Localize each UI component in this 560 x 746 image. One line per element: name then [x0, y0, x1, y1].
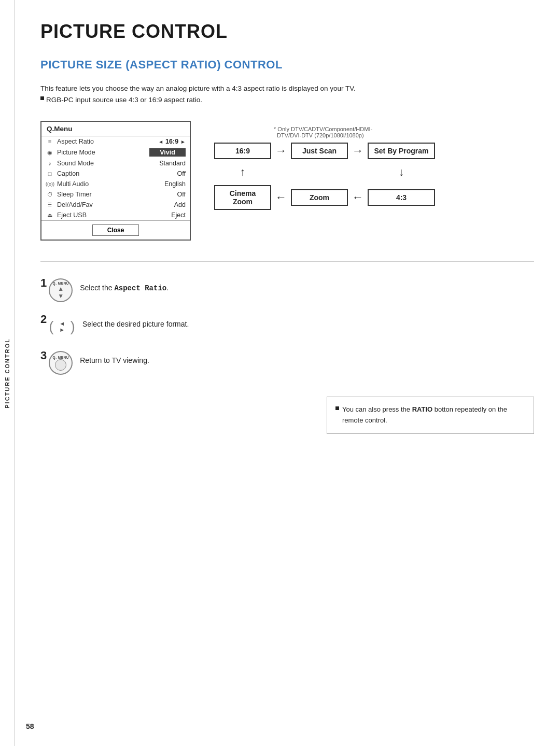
sleep-timer-icon: ⏱: [46, 191, 54, 198]
bullet-square: [40, 96, 44, 100]
ratio-box-cinema-zoom: Cinema Zoom: [214, 185, 271, 210]
step-1-text: Select the Aspect Ratio.: [80, 277, 169, 294]
arrow-right-1: →: [271, 144, 291, 158]
steps-area: 1 Q. MENU ▲ ▼ Select the Aspect Ratio. 2…: [40, 277, 534, 376]
sound-mode-icon: ♪: [46, 160, 54, 166]
step-1: 1 Q. MENU ▲ ▼ Select the Aspect Ratio.: [40, 277, 534, 303]
aspect-ratio-icon: ≡: [46, 138, 54, 145]
multi-audio-icon: ((o)): [46, 181, 54, 187]
qmenu-row-sleep-timer: ⏱ Sleep Timer Off: [41, 189, 190, 200]
picture-mode-icon: ◉: [46, 149, 54, 156]
step-3-text: Return to TV viewing.: [80, 350, 149, 366]
section-title: PICTURE SIZE (ASPECT RATIO) CONTROL: [40, 58, 534, 72]
step-2: 2 ( ◄ ► ) Select the desired picture for…: [40, 314, 534, 340]
arrow-left-1: ←: [271, 191, 291, 204]
page-title: PICTURE CONTROL: [40, 21, 534, 43]
step-1-number: 1: [40, 276, 47, 290]
diagram-area: Q.Menu ≡ Aspect Ratio ◄ 16:9 ► ◉ Picture…: [40, 121, 534, 241]
step-1-qmenu-button: Q. MENU ▲ ▼: [49, 278, 73, 302]
arrow-down: ↓: [368, 165, 435, 179]
qmenu-row-picture-mode: ◉ Picture Mode Vivid: [41, 147, 190, 158]
qmenu-row-multi-audio: ((o)) Multi Audio English: [41, 179, 190, 189]
note-box-area: You can also press the RATIO botton repe…: [40, 397, 534, 434]
note-box: You can also press the RATIO botton repe…: [327, 397, 534, 434]
ratio-box-zoom: Zoom: [291, 189, 348, 206]
ratio-box-4-3: 4:3: [368, 189, 435, 206]
ratio-box-just-scan: Just Scan: [291, 143, 348, 159]
arrow-up: ↑: [214, 165, 271, 179]
step-3-number: 3: [40, 349, 47, 362]
qmenu-row-del-add-fav: ☰ Del/Add/Fav Add: [41, 200, 190, 210]
note-text: You can also press the RATIO botton repe…: [342, 404, 525, 426]
del-add-fav-icon: ☰: [46, 202, 54, 207]
qmenu-box: Q.Menu ≡ Aspect Ratio ◄ 16:9 ► ◉ Picture…: [40, 121, 191, 241]
ratio-note: * Only DTV/CADTV/Component/HDMI- DTV/DVI…: [274, 126, 534, 138]
step-3-qmenu-button: Q. MENU: [49, 351, 73, 375]
qmenu-close-row: Close: [41, 220, 190, 240]
step-3: 3 Q. MENU Return to TV viewing.: [40, 350, 534, 376]
section-divider: [40, 261, 534, 262]
ratio-box-16-9: 16:9: [214, 143, 271, 159]
qmenu-row-sound-mode: ♪ Sound Mode Standard: [41, 158, 190, 168]
side-label: PICTURE CONTROL: [0, 0, 15, 746]
ratio-box-set-by-program: Set By Program: [368, 143, 435, 159]
caption-icon: □: [46, 171, 54, 177]
qmenu-row-aspect-ratio: ≡ Aspect Ratio ◄ 16:9 ►: [41, 136, 190, 147]
arrow-left-2: ←: [348, 191, 368, 204]
step-2-text: Select the desired picture format.: [82, 314, 189, 330]
step-2-nav-buttons: ( ◄ ► ): [49, 317, 75, 336]
arrow-right-2: →: [348, 144, 368, 158]
ratio-flow-diagram: * Only DTV/CADTV/Component/HDMI- DTV/DVI…: [212, 126, 534, 210]
page-number: 58: [26, 722, 34, 730]
eject-usb-icon: ⏏: [46, 212, 54, 219]
qmenu-title: Q.Menu: [41, 122, 190, 136]
step-2-number: 2: [40, 313, 47, 326]
qmenu-row-eject-usb: ⏏ Eject USB Eject: [41, 210, 190, 220]
note-bullet: [335, 406, 339, 410]
intro-text: This feature lets you choose the way an …: [40, 83, 534, 105]
qmenu-close-button[interactable]: Close: [92, 224, 139, 236]
qmenu-row-caption: □ Caption Off: [41, 168, 190, 179]
